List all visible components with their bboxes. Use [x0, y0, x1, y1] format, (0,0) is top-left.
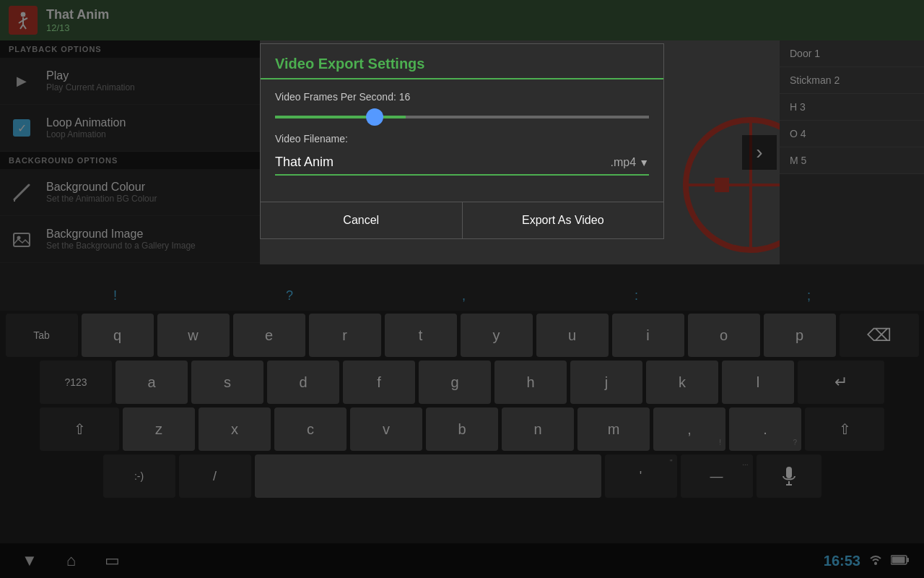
dialog-body: Video Frames Per Second: 16 Video Filena…: [261, 79, 663, 202]
dialog-buttons: Cancel Export As Video: [261, 202, 663, 238]
cancel-button[interactable]: Cancel: [261, 202, 463, 238]
dropdown-arrow-icon: ▼: [636, 157, 649, 168]
dialog-title-bar: Video Export Settings: [261, 44, 663, 79]
export-button[interactable]: Export As Video: [463, 202, 664, 238]
dialog-title: Video Export Settings: [275, 56, 424, 72]
fps-label: Video Frames Per Second: 16: [275, 91, 649, 103]
filename-label: Video Filename:: [275, 133, 649, 144]
mp4-label: .mp4: [608, 156, 637, 169]
filename-input[interactable]: [275, 150, 608, 174]
dialog-overlay: Video Export Settings Video Frames Per S…: [0, 0, 924, 578]
fps-slider[interactable]: [275, 116, 649, 118]
filename-row: .mp4 ▼: [275, 150, 649, 176]
video-export-dialog: Video Export Settings Video Frames Per S…: [260, 43, 664, 239]
fps-slider-container: [275, 108, 649, 121]
